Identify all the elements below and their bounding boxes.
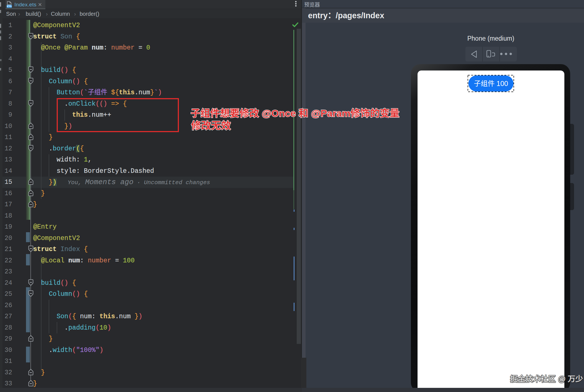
svg-text:子组件想要修改 @Once 和 @Param修饰的变量: 子组件想要修改 @Once 和 @Param修饰的变量 [191,108,399,119]
svg-text:ETS: ETS [7,5,12,8]
svg-text:修改无效: 修改无效 [191,120,231,131]
svg-text:掘金技术社区 @ 万少: 掘金技术社区 @ 万少 [510,375,583,383]
